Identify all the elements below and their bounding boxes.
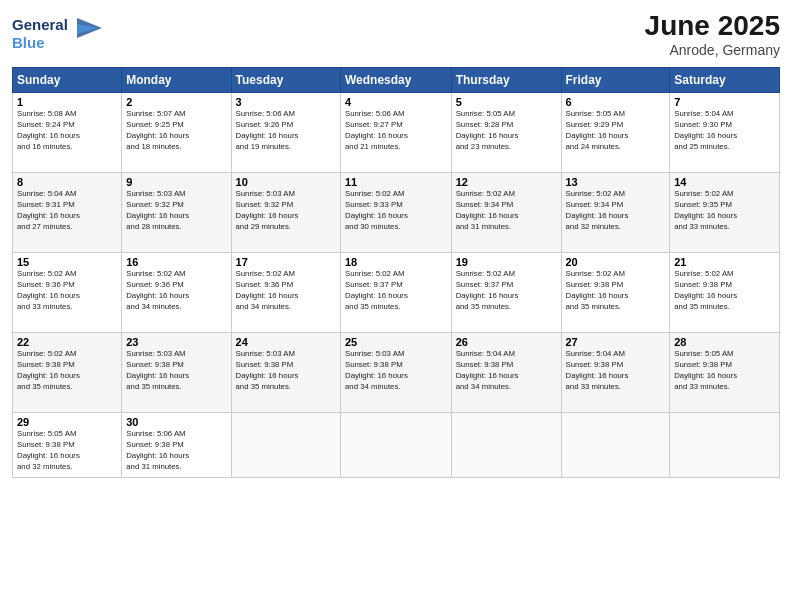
day-info: Sunrise: 5:03 AM Sunset: 9:32 PM Dayligh… [236,189,336,233]
day-number: 10 [236,176,336,188]
day-number: 26 [456,336,557,348]
col-wednesday: Wednesday [341,68,452,93]
calendar-table: Sunday Monday Tuesday Wednesday Thursday… [12,67,780,478]
day-number: 2 [126,96,226,108]
table-row [341,413,452,478]
day-info: Sunrise: 5:02 AM Sunset: 9:36 PM Dayligh… [126,269,226,313]
col-friday: Friday [561,68,670,93]
col-thursday: Thursday [451,68,561,93]
table-row: 30Sunrise: 5:06 AM Sunset: 9:38 PM Dayli… [122,413,231,478]
day-info: Sunrise: 5:04 AM Sunset: 9:38 PM Dayligh… [566,349,666,393]
day-number: 20 [566,256,666,268]
day-number: 7 [674,96,775,108]
table-row: 18Sunrise: 5:02 AM Sunset: 9:37 PM Dayli… [341,253,452,333]
day-number: 28 [674,336,775,348]
day-info: Sunrise: 5:04 AM Sunset: 9:31 PM Dayligh… [17,189,117,233]
table-row: 23Sunrise: 5:03 AM Sunset: 9:38 PM Dayli… [122,333,231,413]
table-row: 16Sunrise: 5:02 AM Sunset: 9:36 PM Dayli… [122,253,231,333]
day-number: 19 [456,256,557,268]
day-number: 30 [126,416,226,428]
day-info: Sunrise: 5:02 AM Sunset: 9:38 PM Dayligh… [566,269,666,313]
day-info: Sunrise: 5:02 AM Sunset: 9:33 PM Dayligh… [345,189,447,233]
day-number: 6 [566,96,666,108]
day-info: Sunrise: 5:02 AM Sunset: 9:36 PM Dayligh… [236,269,336,313]
day-info: Sunrise: 5:04 AM Sunset: 9:30 PM Dayligh… [674,109,775,153]
day-number: 17 [236,256,336,268]
table-row: 3Sunrise: 5:06 AM Sunset: 9:26 PM Daylig… [231,93,340,173]
table-row: 7Sunrise: 5:04 AM Sunset: 9:30 PM Daylig… [670,93,780,173]
day-number: 27 [566,336,666,348]
table-row: 14Sunrise: 5:02 AM Sunset: 9:35 PM Dayli… [670,173,780,253]
day-info: Sunrise: 5:05 AM Sunset: 9:28 PM Dayligh… [456,109,557,153]
day-info: Sunrise: 5:03 AM Sunset: 9:38 PM Dayligh… [345,349,447,393]
col-monday: Monday [122,68,231,93]
table-row: 27Sunrise: 5:04 AM Sunset: 9:38 PM Dayli… [561,333,670,413]
table-row: 8Sunrise: 5:04 AM Sunset: 9:31 PM Daylig… [13,173,122,253]
table-row: 9Sunrise: 5:03 AM Sunset: 9:32 PM Daylig… [122,173,231,253]
table-row: 24Sunrise: 5:03 AM Sunset: 9:38 PM Dayli… [231,333,340,413]
day-number: 15 [17,256,117,268]
table-row: 10Sunrise: 5:03 AM Sunset: 9:32 PM Dayli… [231,173,340,253]
day-info: Sunrise: 5:04 AM Sunset: 9:38 PM Dayligh… [456,349,557,393]
day-info: Sunrise: 5:06 AM Sunset: 9:26 PM Dayligh… [236,109,336,153]
table-row [670,413,780,478]
col-tuesday: Tuesday [231,68,340,93]
title-block: June 2025 Anrode, Germany [645,10,780,58]
day-number: 13 [566,176,666,188]
day-info: Sunrise: 5:03 AM Sunset: 9:32 PM Dayligh… [126,189,226,233]
col-saturday: Saturday [670,68,780,93]
table-row: 17Sunrise: 5:02 AM Sunset: 9:36 PM Dayli… [231,253,340,333]
table-row: 20Sunrise: 5:02 AM Sunset: 9:38 PM Dayli… [561,253,670,333]
day-info: Sunrise: 5:02 AM Sunset: 9:38 PM Dayligh… [674,269,775,313]
table-row: 21Sunrise: 5:02 AM Sunset: 9:38 PM Dayli… [670,253,780,333]
day-number: 14 [674,176,775,188]
day-info: Sunrise: 5:02 AM Sunset: 9:34 PM Dayligh… [456,189,557,233]
day-info: Sunrise: 5:05 AM Sunset: 9:29 PM Dayligh… [566,109,666,153]
logo-icon: General Blue [12,10,122,55]
table-row: 22Sunrise: 5:02 AM Sunset: 9:38 PM Dayli… [13,333,122,413]
svg-text:Blue: Blue [12,34,45,51]
table-row: 6Sunrise: 5:05 AM Sunset: 9:29 PM Daylig… [561,93,670,173]
page-container: General Blue June 2025 Anrode, Germany S… [0,0,792,612]
day-info: Sunrise: 5:02 AM Sunset: 9:38 PM Dayligh… [17,349,117,393]
day-number: 16 [126,256,226,268]
day-info: Sunrise: 5:05 AM Sunset: 9:38 PM Dayligh… [674,349,775,393]
table-row: 5Sunrise: 5:05 AM Sunset: 9:28 PM Daylig… [451,93,561,173]
day-info: Sunrise: 5:02 AM Sunset: 9:37 PM Dayligh… [345,269,447,313]
day-number: 23 [126,336,226,348]
location-subtitle: Anrode, Germany [645,42,780,58]
month-year-title: June 2025 [645,10,780,42]
day-info: Sunrise: 5:07 AM Sunset: 9:25 PM Dayligh… [126,109,226,153]
day-number: 4 [345,96,447,108]
day-number: 29 [17,416,117,428]
day-number: 8 [17,176,117,188]
day-info: Sunrise: 5:02 AM Sunset: 9:36 PM Dayligh… [17,269,117,313]
day-info: Sunrise: 5:02 AM Sunset: 9:37 PM Dayligh… [456,269,557,313]
logo: General Blue [12,10,122,59]
day-info: Sunrise: 5:05 AM Sunset: 9:38 PM Dayligh… [17,429,117,473]
table-row: 1Sunrise: 5:08 AM Sunset: 9:24 PM Daylig… [13,93,122,173]
day-number: 22 [17,336,117,348]
table-row: 13Sunrise: 5:02 AM Sunset: 9:34 PM Dayli… [561,173,670,253]
svg-text:General: General [12,16,68,33]
table-row [231,413,340,478]
day-info: Sunrise: 5:06 AM Sunset: 9:27 PM Dayligh… [345,109,447,153]
day-number: 9 [126,176,226,188]
day-number: 18 [345,256,447,268]
header: General Blue June 2025 Anrode, Germany [12,10,780,59]
table-row: 19Sunrise: 5:02 AM Sunset: 9:37 PM Dayli… [451,253,561,333]
day-number: 5 [456,96,557,108]
table-row: 28Sunrise: 5:05 AM Sunset: 9:38 PM Dayli… [670,333,780,413]
table-row [451,413,561,478]
day-number: 3 [236,96,336,108]
table-row: 15Sunrise: 5:02 AM Sunset: 9:36 PM Dayli… [13,253,122,333]
table-row: 26Sunrise: 5:04 AM Sunset: 9:38 PM Dayli… [451,333,561,413]
day-info: Sunrise: 5:03 AM Sunset: 9:38 PM Dayligh… [126,349,226,393]
day-info: Sunrise: 5:08 AM Sunset: 9:24 PM Dayligh… [17,109,117,153]
table-row: 29Sunrise: 5:05 AM Sunset: 9:38 PM Dayli… [13,413,122,478]
table-row [561,413,670,478]
calendar-header-row: Sunday Monday Tuesday Wednesday Thursday… [13,68,780,93]
day-info: Sunrise: 5:03 AM Sunset: 9:38 PM Dayligh… [236,349,336,393]
table-row: 12Sunrise: 5:02 AM Sunset: 9:34 PM Dayli… [451,173,561,253]
table-row: 2Sunrise: 5:07 AM Sunset: 9:25 PM Daylig… [122,93,231,173]
